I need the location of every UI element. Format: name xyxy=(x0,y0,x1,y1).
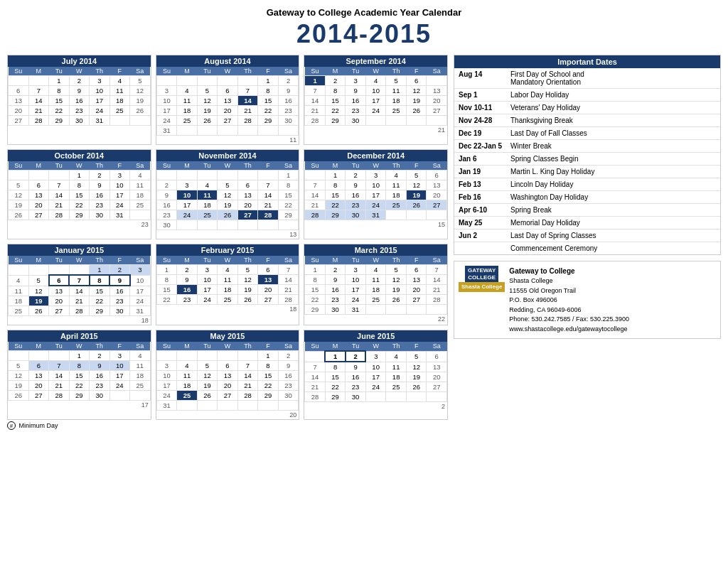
cal-day xyxy=(28,171,49,180)
cal-day: 29 xyxy=(325,116,346,126)
cal-day: 13 xyxy=(49,286,70,296)
cal-day: 28 xyxy=(28,116,49,126)
cal-day: 13 xyxy=(427,362,447,372)
cal-day: 31 xyxy=(365,210,386,220)
day-header: Tu xyxy=(346,342,366,351)
cal-day: 23 xyxy=(177,295,198,305)
day-header: F xyxy=(406,256,427,265)
date-row: Nov 10-11Veterans' Day Holiday xyxy=(454,102,720,114)
day-header: Tu xyxy=(49,161,70,171)
day-header: Sa xyxy=(130,342,151,351)
cal-day xyxy=(177,401,198,411)
college-website: www.shastacollege.edu/gatewaytocollege xyxy=(509,325,629,335)
cal-day: 5 xyxy=(9,180,29,190)
cal-day: 25 xyxy=(365,295,386,305)
day-header: F xyxy=(406,161,427,171)
date-value: Last Day of Spring Classes xyxy=(510,232,596,239)
cal-day: 2 xyxy=(90,171,110,180)
cal-day xyxy=(237,171,258,180)
cal-day: 4 xyxy=(130,171,151,180)
cal-day: 10 xyxy=(90,86,110,96)
day-header: F xyxy=(109,256,130,265)
cal-day xyxy=(9,351,29,361)
cal-day: 4 xyxy=(386,171,407,180)
cal-day: 19 xyxy=(197,106,218,116)
page-title: Gateway to College Academic Year Calenda… xyxy=(7,7,721,18)
cal-day: 11 xyxy=(130,180,151,190)
cal-day xyxy=(197,126,218,136)
cal-day: 12 xyxy=(406,180,427,190)
day-header: Sa xyxy=(130,67,151,76)
day-header: Su xyxy=(9,161,29,171)
cal-day: 1 xyxy=(258,351,279,361)
month-header: January 2015 xyxy=(8,244,151,256)
cal-day: 13 xyxy=(218,371,238,381)
date-row: Jun 2Last Day of Spring Classes xyxy=(454,229,720,242)
cal-day: 24 xyxy=(156,391,177,401)
month-calendar: April 2015SuMTuWThFSa1234567891011121314… xyxy=(7,330,151,420)
cal-day: 6 xyxy=(9,86,29,96)
date-key: Dec 22-Jan 5 xyxy=(459,142,505,150)
cal-day: 5 xyxy=(406,171,427,180)
cal-day: 4 xyxy=(365,76,386,86)
cal-day: 4 xyxy=(365,265,386,275)
cal-day xyxy=(218,220,238,230)
cal-day: 22 xyxy=(49,106,70,116)
cal-day: 20 xyxy=(218,381,238,391)
cal-day: 28 xyxy=(427,295,447,305)
cal-day: 15 xyxy=(69,371,90,381)
cal-day: 19 xyxy=(218,200,238,210)
month-calendar: February 2015SuMTuWThFSa1234567891011121… xyxy=(156,244,300,325)
date-value: Lincoln Day Holiday xyxy=(510,180,573,188)
day-header: Su xyxy=(9,67,29,76)
cal-day: 6 xyxy=(427,171,447,180)
college-text: Gateway to College Shasta College 11555 … xyxy=(509,266,629,334)
month-header: July 2014 xyxy=(8,55,151,67)
cal-day xyxy=(365,116,386,126)
cal-day: 22 xyxy=(69,381,90,391)
cal-day: 15 xyxy=(278,190,299,200)
cal-day xyxy=(386,210,407,220)
cal-day xyxy=(49,171,70,180)
cal-day xyxy=(218,126,238,136)
cal-day: 30 xyxy=(90,210,110,220)
cal-day: 27 xyxy=(49,306,70,316)
cal-day: 29 xyxy=(278,210,299,220)
month-footer: 17 xyxy=(8,401,151,409)
date-key: Dec 19 xyxy=(459,129,505,137)
cal-day: 29 xyxy=(90,306,110,316)
cal-day: 18 xyxy=(9,296,29,306)
cal-day: 17 xyxy=(109,190,130,200)
date-key: Nov 24-28 xyxy=(459,117,505,124)
cal-day: 16 xyxy=(278,371,299,381)
cal-day: 23 xyxy=(346,382,366,392)
cal-day: 29 xyxy=(325,210,346,220)
month-header: September 2014 xyxy=(304,55,447,67)
cal-day: 25 xyxy=(386,200,407,210)
cal-day: 11 xyxy=(109,86,130,96)
day-header: M xyxy=(177,342,198,351)
date-row: Jan 19Martin L. King Day Holiday xyxy=(454,166,720,178)
cal-day: 6 xyxy=(406,265,427,275)
cal-day: 20 xyxy=(258,285,279,295)
cal-day: 18 xyxy=(130,371,151,381)
cal-day: 3 xyxy=(156,86,177,96)
cal-day: 1 xyxy=(305,76,326,86)
cal-day: 2 xyxy=(278,76,299,86)
cal-day: 17 xyxy=(109,371,130,381)
cal-day: 19 xyxy=(406,96,427,106)
cal-day: 28 xyxy=(278,295,299,305)
day-header: Tu xyxy=(197,256,218,265)
month-calendar: August 2014SuMTuWThFSa123456789101112131… xyxy=(156,55,300,145)
dates-list: Aug 14First Day of School and Mandatory … xyxy=(454,68,720,254)
cal-day: 10 xyxy=(156,96,177,106)
cal-day: 28 xyxy=(258,210,279,220)
cal-day: 31 xyxy=(156,401,177,411)
month-footer: 18 xyxy=(8,316,151,325)
day-header: Su xyxy=(305,342,326,351)
day-header: F xyxy=(258,161,279,171)
cal-day: 8 xyxy=(278,180,299,190)
college-logo: GATEWAYCOLLEGE Shasta College xyxy=(459,266,505,292)
cal-day: 1 xyxy=(69,171,90,180)
minimum-day-note: # Minimum Day xyxy=(7,421,448,430)
